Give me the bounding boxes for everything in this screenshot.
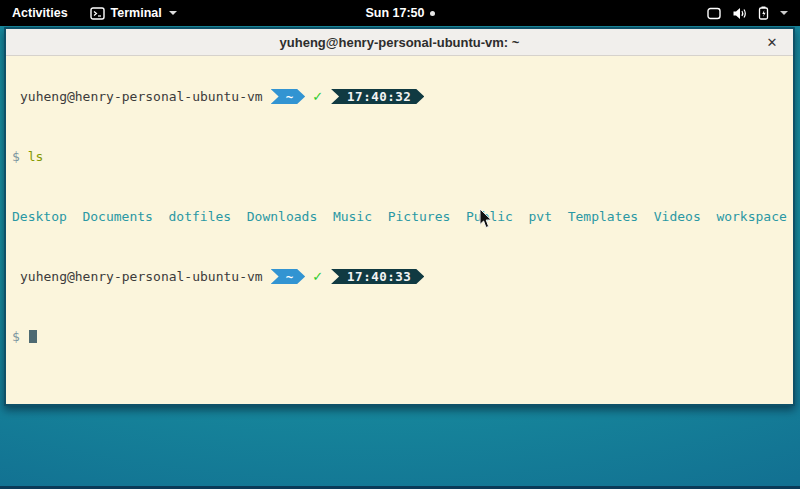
prompt-time-segment: 17:40:32: [331, 89, 424, 104]
directory-entry: Documents: [82, 209, 152, 224]
terminal-window: yuheng@henry-personal-ubuntu-vm: ~ ✕ yuh…: [4, 27, 795, 406]
window-titlebar[interactable]: yuheng@henry-personal-ubuntu-vm: ~ ✕: [6, 29, 793, 56]
notification-dot-icon: [430, 11, 435, 16]
prompt-cwd-segment: ~: [271, 269, 306, 284]
command-text: ls: [28, 149, 44, 164]
activities-button[interactable]: Activities: [0, 0, 80, 26]
close-icon[interactable]: ✕: [759, 29, 785, 56]
volume-icon: [732, 7, 747, 20]
clock-button[interactable]: Sun 17:50: [365, 6, 434, 20]
directory-entry: Videos: [654, 209, 701, 224]
display-icon: [707, 7, 721, 20]
command-line: $ ls: [12, 149, 787, 164]
directory-entry: pvt: [529, 209, 552, 224]
prompt-time-segment: 17:40:33: [331, 269, 424, 284]
chevron-down-icon: [169, 11, 177, 15]
directory-entry: workspace: [716, 209, 786, 224]
check-icon: ✓: [312, 269, 323, 284]
app-menu-terminal[interactable]: Terminal: [80, 0, 187, 26]
directory-entry: Pictures: [388, 209, 451, 224]
ls-output-line: DesktopDocumentsdotfilesDownloadsMusicPi…: [12, 209, 787, 224]
chevron-down-icon: [780, 11, 788, 15]
terminal-icon: [90, 7, 105, 20]
directory-entry: Public: [466, 209, 513, 224]
window-title: yuheng@henry-personal-ubuntu-vm: ~: [280, 35, 520, 50]
input-line: $: [12, 329, 787, 344]
app-menu-label: Terminal: [111, 6, 162, 20]
prompt-cwd-segment: ~: [271, 89, 306, 104]
directory-entry: dotfiles: [169, 209, 232, 224]
prompt-line: yuheng@henry-personal-ubuntu-vm ~ ✓ 17:4…: [12, 89, 787, 104]
prompt-symbol: $: [12, 149, 20, 164]
terminal-content[interactable]: yuheng@henry-personal-ubuntu-vm ~ ✓ 17:4…: [6, 56, 793, 404]
directory-entry: Music: [333, 209, 372, 224]
prompt-user-host: yuheng@henry-personal-ubuntu-vm: [20, 269, 263, 284]
system-status-area[interactable]: [695, 0, 800, 26]
prompt-user-host: yuheng@henry-personal-ubuntu-vm: [20, 89, 263, 104]
text-cursor: [29, 330, 37, 343]
directory-entry: Desktop: [12, 209, 67, 224]
prompt-line: yuheng@henry-personal-ubuntu-vm ~ ✓ 17:4…: [12, 269, 787, 284]
check-icon: ✓: [312, 89, 323, 104]
clock-label: Sun 17:50: [365, 6, 424, 20]
prompt-symbol: $: [12, 329, 20, 344]
top-bar: Activities Terminal Sun 17:50: [0, 0, 800, 26]
battery-charging-icon: [758, 6, 769, 20]
directory-entry: Downloads: [247, 209, 317, 224]
directory-entry: Templates: [568, 209, 638, 224]
